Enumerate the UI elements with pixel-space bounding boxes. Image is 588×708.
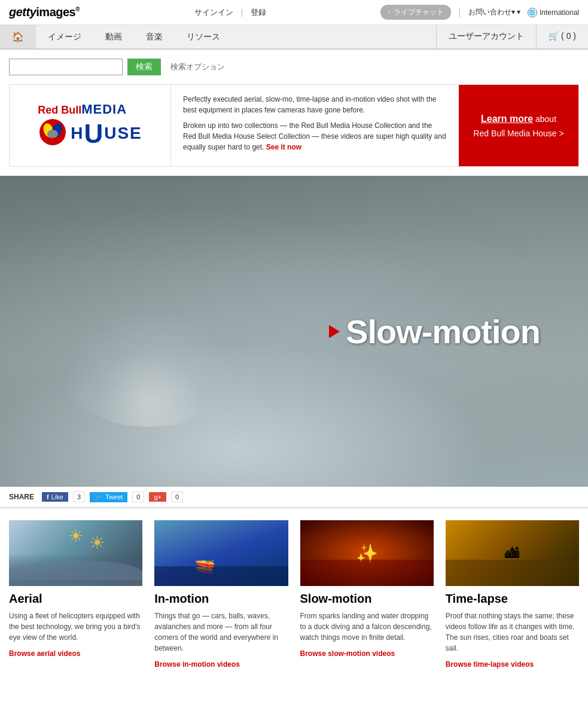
globe-icon: 🌐 bbox=[528, 8, 537, 17]
slowmotion-browse-link[interactable]: Browse slow-motion videos bbox=[300, 649, 395, 658]
facebook-count: 3 bbox=[73, 492, 85, 502]
timelapse-title: Time-lapse bbox=[446, 592, 579, 606]
rb-red-text: Red Bull bbox=[38, 104, 81, 117]
inmotion-browse-link[interactable]: Browse in-motion videos bbox=[154, 660, 240, 669]
inmotion-thumbnail: 🚤 bbox=[154, 520, 288, 586]
slowmotion-thumbnail: ✨ bbox=[300, 520, 434, 586]
fb-like-label: Like bbox=[51, 493, 63, 501]
nav-home[interactable]: 🏠 bbox=[0, 25, 36, 48]
header-right-actions: ライブチャット | お問い合わせ▾ 🌐 International bbox=[380, 5, 579, 20]
signin-link[interactable]: サインイン bbox=[194, 7, 233, 18]
play-icon bbox=[329, 325, 340, 338]
search-bar: 検索 検索オプション bbox=[0, 50, 588, 84]
redbull-logo: Red Bull MEDIA HUUSE bbox=[38, 102, 142, 150]
auth-area: サインイン ｜ 登録 bbox=[194, 7, 266, 18]
twitter-icon: 🐦 bbox=[95, 493, 103, 501]
search-input[interactable] bbox=[9, 59, 123, 75]
redbull-desc2: Broken up into two collections — the Red… bbox=[183, 120, 447, 152]
hero-section: Slow-motion bbox=[0, 176, 588, 487]
aerial-browse-link[interactable]: Browse aerial videos bbox=[9, 649, 80, 658]
fb-icon: f bbox=[47, 493, 49, 501]
slowmo-overlay bbox=[300, 560, 434, 586]
search-options-link[interactable]: 検索オプション bbox=[170, 62, 225, 72]
nav-account[interactable]: ユーザーアカウント bbox=[436, 25, 536, 48]
hero-title-area: Slow-motion bbox=[329, 312, 540, 351]
aerial-thumbnail: ☀ bbox=[9, 520, 142, 586]
nav-resources[interactable]: リソース bbox=[175, 25, 232, 48]
sun-icon: ☀ bbox=[68, 526, 83, 546]
tweet-count: 0 bbox=[132, 492, 144, 502]
nav-cart[interactable]: 🛒 ( 0 ) bbox=[536, 25, 588, 48]
gplus-button[interactable]: g+ bbox=[149, 492, 166, 502]
live-chat-label: ライブチャット bbox=[394, 7, 444, 17]
share-label: SHARE bbox=[9, 493, 34, 501]
search-button-label: 検索 bbox=[136, 62, 153, 71]
mountain-shape bbox=[9, 560, 142, 580]
twitter-tweet-button[interactable]: 🐦 Tweet bbox=[90, 492, 127, 502]
logo[interactable]: gettyimages® bbox=[9, 5, 80, 19]
slowmotion-title: Slow-motion bbox=[300, 592, 434, 606]
rb-house-text: HUUSE bbox=[71, 124, 142, 144]
gplus-icon: g+ bbox=[154, 493, 162, 501]
search-button[interactable]: 検索 bbox=[127, 59, 161, 75]
nav-music[interactable]: 音楽 bbox=[134, 25, 175, 48]
hero-title-text: Slow-motion bbox=[346, 312, 540, 351]
nav-images[interactable]: イメージ bbox=[36, 25, 93, 48]
contact-label: お問い合わせ bbox=[468, 8, 511, 16]
timelapse-browse-link[interactable]: Browse time-lapse videos bbox=[446, 660, 534, 669]
divider-line: | bbox=[458, 6, 461, 19]
svg-point-3 bbox=[47, 130, 58, 138]
auth-divider: ｜ bbox=[238, 7, 246, 18]
aerial-overlay bbox=[9, 553, 142, 586]
redbull-logo-area: Red Bull MEDIA HUUSE bbox=[10, 85, 171, 166]
learn-more-button[interactable]: Learn more aboutRed Bull Media House > bbox=[459, 85, 578, 166]
aerial-title: Aerial bbox=[9, 592, 142, 606]
contact-button[interactable]: お問い合わせ▾ bbox=[468, 7, 520, 17]
categories-section: ☀ Aerial Using a fleet of helicopters eq… bbox=[0, 508, 588, 680]
rb-bull-icon bbox=[38, 117, 68, 150]
register-link[interactable]: 登録 bbox=[251, 7, 266, 18]
inmotion-overlay bbox=[154, 566, 288, 586]
inmotion-desc: Things that go — cars, balls, waves, ava… bbox=[154, 611, 288, 654]
redbull-description: Perfectly executed aerial, slow-mo, time… bbox=[171, 85, 459, 166]
city-icon: 🏙 bbox=[505, 545, 519, 561]
nav-video[interactable]: 動画 bbox=[93, 25, 134, 48]
category-timelapse: 🏙 Time-lapse Proof that nothing stays th… bbox=[440, 520, 579, 669]
timelapse-desc: Proof that nothing stays the same; these… bbox=[446, 611, 579, 654]
learn-more-text: Learn more aboutRed Bull Media House > bbox=[473, 111, 563, 140]
search-form: 検索 検索オプション bbox=[9, 59, 579, 75]
timelapse-thumbnail: 🏙 bbox=[446, 520, 579, 586]
redbull-banner: Red Bull MEDIA HUUSE Perfectly executed … bbox=[9, 84, 579, 167]
page-header: gettyimages® サインイン ｜ 登録 ライブチャット | お問い合わせ… bbox=[0, 0, 588, 25]
see-it-now-link[interactable]: See it now bbox=[266, 143, 301, 151]
tweet-label: Tweet bbox=[105, 493, 123, 501]
rb-media-text: MEDIA bbox=[81, 102, 127, 117]
international-label: International bbox=[540, 8, 579, 17]
international-selector[interactable]: 🌐 International bbox=[528, 8, 579, 17]
share-bar: SHARE f Like 3 🐦 Tweet 0 g+ 0 bbox=[0, 487, 588, 508]
category-slowmotion: ✨ Slow-motion From sparks landing and wa… bbox=[294, 520, 440, 669]
inmotion-title: In-motion bbox=[154, 592, 288, 606]
slowmotion-desc: From sparks landing and water dropping t… bbox=[300, 611, 434, 643]
gplus-count: 0 bbox=[171, 492, 183, 502]
category-aerial: ☀ Aerial Using a fleet of helicopters eq… bbox=[9, 520, 148, 669]
redbull-desc1: Perfectly executed aerial, slow-mo, time… bbox=[183, 94, 447, 115]
category-inmotion: 🚤 In-motion Things that go — cars, balls… bbox=[148, 520, 294, 669]
timelapse-overlay bbox=[446, 560, 579, 586]
facebook-like-button[interactable]: f Like bbox=[42, 492, 68, 502]
main-nav: 🏠 イメージ 動画 音楽 リソース ユーザーアカウント 🛒 ( 0 ) bbox=[0, 25, 588, 50]
aerial-desc: Using a fleet of helicopters equipped wi… bbox=[9, 611, 142, 643]
live-chat-button[interactable]: ライブチャット bbox=[380, 5, 451, 20]
